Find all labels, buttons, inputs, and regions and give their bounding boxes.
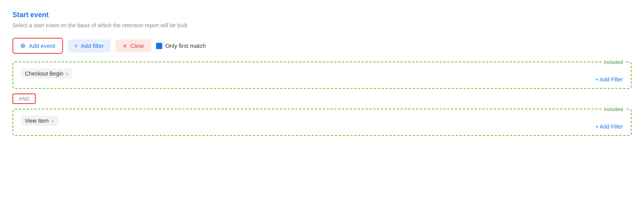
event-block-2: Included View Item × + Add Filter bbox=[12, 109, 632, 136]
event-block-1: Included Checkout Begin × + Add Filter bbox=[12, 62, 632, 89]
filter-icon: ▿ bbox=[75, 42, 78, 49]
and-label: AND bbox=[19, 96, 29, 102]
events-container: Included Checkout Begin × + Add Filter A… bbox=[12, 62, 632, 136]
clear-button[interactable]: ✕ Clear bbox=[116, 39, 151, 52]
remove-event-2[interactable]: × bbox=[51, 118, 54, 123]
add-filter-button[interactable]: ▿ Add filter bbox=[68, 39, 111, 53]
clear-icon: ✕ bbox=[123, 43, 127, 49]
add-filter-link-1[interactable]: + Add Filter bbox=[595, 76, 623, 83]
page-title: Start event bbox=[12, 11, 632, 19]
and-connector[interactable]: AND bbox=[12, 93, 36, 104]
only-first-match-toggle[interactable]: Only first match bbox=[156, 42, 206, 49]
included-label-1: Included bbox=[602, 59, 625, 65]
add-event-icon: ⊕ bbox=[20, 42, 26, 50]
event-name-2: View Item bbox=[25, 118, 49, 124]
remove-event-1[interactable]: × bbox=[66, 71, 69, 76]
event-tag-1: Checkout Begin × bbox=[21, 69, 72, 79]
event-tag-2: View Item × bbox=[21, 116, 58, 126]
page-subtitle: Select a start event on the basis of whi… bbox=[12, 22, 632, 28]
toolbar: ⊕ Add event ▿ Add filter ✕ Clear Only fi… bbox=[12, 38, 632, 54]
page-container: Start event Select a start event on the … bbox=[12, 11, 632, 136]
add-filter-link-2[interactable]: + Add Filter bbox=[595, 123, 623, 130]
only-first-match-label: Only first match bbox=[165, 42, 206, 49]
checkbox-icon bbox=[156, 43, 162, 49]
add-filter-label: Add filter bbox=[81, 42, 104, 49]
included-label-2: Included bbox=[602, 106, 625, 112]
add-event-label: Add event bbox=[29, 42, 55, 49]
add-event-button[interactable]: ⊕ Add event bbox=[12, 38, 63, 54]
clear-label: Clear bbox=[130, 42, 144, 49]
event-name-1: Checkout Begin bbox=[25, 70, 63, 77]
